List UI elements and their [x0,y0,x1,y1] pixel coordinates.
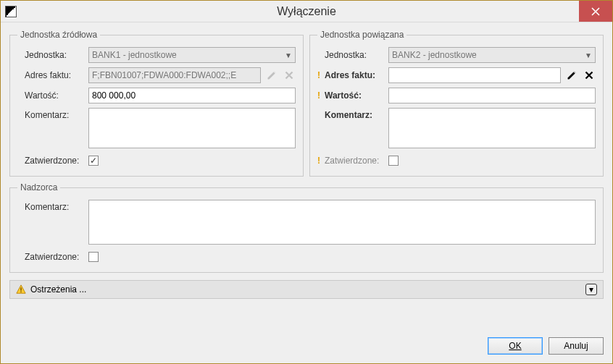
linked-value-label: Wartość: [325,90,388,101]
pencil-icon [267,70,277,80]
close-icon [591,7,600,16]
supervisor-approved-label: Zatwierdzone: [25,252,88,262]
warnings-text: Ostrzeżenia ... [30,284,86,295]
source-fact-label: Adres faktu: [25,70,88,80]
source-comment-textarea[interactable] [88,108,296,148]
close-button[interactable] [579,1,612,22]
source-approved-checkbox[interactable]: ✓ [88,156,99,166]
warnings-bar[interactable]: Ostrzeżenia ... ▾ [9,280,604,299]
linked-approved-label: Zatwierdzone: [325,156,388,166]
source-comment-label: Komentarz: [25,110,88,120]
dialog-window: Wyłączenie Jednostka źródłowa Jednostka:… [0,0,613,364]
linked-fact-clear-button[interactable] [583,69,596,82]
x-icon [585,71,593,80]
chevron-down-icon: ▾ [589,284,593,295]
source-fact-edit-button [265,69,278,82]
source-unit-label: Jednostka: [25,50,88,60]
supervisor-approved-checkbox[interactable] [88,252,99,262]
linked-approved-checkbox[interactable] [388,156,399,166]
app-icon [5,6,17,17]
content-area: Jednostka źródłowa Jednostka: BANK1 - je… [1,22,612,330]
linked-fact-input[interactable] [388,67,561,83]
supervisor-legend: Nadzorca [17,182,60,192]
supervisor-panel: Nadzorca Komentarz: Zatwierdzone: [9,182,604,273]
window-title: Wyłączenie [1,5,612,18]
warning-icon: ! [317,156,323,166]
warning-icon: ! [317,90,323,101]
linked-comment-textarea[interactable] [388,108,596,148]
source-value-input[interactable] [88,88,296,103]
source-value-label: Wartość: [25,90,88,101]
footer: OK Anuluj [1,330,612,363]
source-unit-panel: Jednostka źródłowa Jednostka: BANK1 - je… [9,30,304,177]
source-fact-clear-button [283,69,296,82]
source-legend: Jednostka źródłowa [17,30,100,40]
source-unit-select[interactable]: BANK1 - jednostkowe ▼ [88,47,296,63]
warnings-expand-button[interactable]: ▾ [585,284,597,295]
ok-button[interactable]: OK [488,337,543,355]
linked-comment-label: Komentarz: [325,110,388,120]
linked-unit-label: Jednostka: [325,50,388,60]
top-panels: Jednostka źródłowa Jednostka: BANK1 - je… [9,30,604,177]
linked-fact-label: Adres faktu: [325,70,388,80]
supervisor-comment-label: Komentarz: [25,202,88,212]
source-fact-input [88,67,261,83]
source-approved-label: Zatwierdzone: [25,156,88,166]
linked-value-input[interactable] [388,88,596,103]
supervisor-comment-textarea[interactable] [88,200,596,245]
chevron-down-icon: ▼ [285,51,292,59]
linked-unit-select[interactable]: BANK2 - jednostkowe ▼ [388,47,596,63]
linked-unit-value: BANK2 - jednostkowe [392,50,477,60]
x-icon [285,71,293,80]
linked-fact-edit-button[interactable] [565,69,578,82]
svg-rect-1 [20,292,21,292]
linked-legend: Jednostka powiązana [317,30,406,40]
warning-triangle-icon [16,284,26,295]
warning-icon: ! [317,70,323,80]
titlebar: Wyłączenie [1,1,612,22]
svg-rect-0 [20,287,21,290]
linked-unit-panel: Jednostka powiązana Jednostka: BANK2 - j… [309,30,604,177]
pencil-icon [567,70,577,80]
cancel-button[interactable]: Anuluj [549,337,604,355]
source-unit-value: BANK1 - jednostkowe [92,50,177,60]
chevron-down-icon: ▼ [585,51,592,59]
